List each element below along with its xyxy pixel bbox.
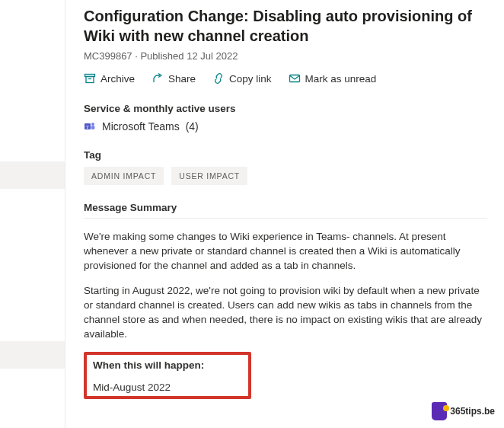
share-icon: [152, 72, 164, 85]
copy-link-label: Copy link: [229, 73, 272, 85]
archive-button[interactable]: Archive: [84, 72, 135, 85]
highlighted-callout: When this will happen: Mid-August 2022: [84, 352, 251, 399]
left-rail: [0, 0, 65, 428]
body-paragraph: We're making some changes to Wiki experi…: [84, 229, 487, 273]
logo-badge-icon: [432, 402, 447, 420]
message-body: We're making some changes to Wiki experi…: [84, 229, 487, 399]
service-count: (4): [186, 120, 199, 133]
left-rail-item[interactable]: [0, 161, 65, 189]
left-rail-item[interactable]: [0, 341, 65, 369]
published-date: 12 Jul 2022: [187, 50, 238, 62]
tag-admin-impact: ADMIN IMPACT: [84, 167, 164, 185]
tag-row: ADMIN IMPACT USER IMPACT: [84, 167, 487, 185]
action-bar: Archive Share Copy link Mark as unread: [84, 72, 487, 85]
when-heading: When this will happen:: [93, 359, 242, 371]
body-paragraph: Starting in August 2022, we're not going…: [84, 283, 487, 341]
message-pane: Configuration Change: Disabling auto pro…: [65, 0, 504, 428]
svg-rect-1: [86, 77, 94, 83]
watermark-logo: 365tips.be: [432, 402, 495, 420]
copy-link-button[interactable]: Copy link: [212, 72, 272, 85]
share-label: Share: [168, 73, 196, 85]
mark-unread-button[interactable]: Mark as unread: [289, 72, 377, 85]
mark-unread-label: Mark as unread: [305, 73, 377, 85]
service-name: Microsoft Teams: [102, 120, 180, 133]
message-meta: MC399867 · Published 12 Jul 2022: [84, 50, 487, 62]
svg-rect-7: [91, 126, 95, 129]
teams-icon: T: [84, 120, 96, 133]
summary-label: Message Summary: [84, 202, 487, 213]
archive-label: Archive: [100, 73, 135, 85]
tag-user-impact: USER IMPACT: [171, 167, 247, 185]
when-value: Mid-August 2022: [93, 382, 242, 393]
service-section-label: Service & monthly active users: [84, 103, 487, 114]
link-icon: [212, 72, 225, 85]
share-button[interactable]: Share: [152, 72, 196, 85]
svg-text:T: T: [86, 124, 90, 130]
archive-icon: [84, 72, 96, 85]
divider: [84, 218, 487, 219]
mail-icon: [289, 72, 301, 85]
svg-point-6: [91, 123, 94, 126]
service-row: T Microsoft Teams (4): [84, 120, 487, 133]
tag-section-label: Tag: [84, 149, 487, 161]
message-title: Configuration Change: Disabling auto pro…: [84, 6, 487, 46]
logo-text: 365tips.be: [450, 406, 495, 417]
message-id: MC399867: [84, 50, 132, 62]
